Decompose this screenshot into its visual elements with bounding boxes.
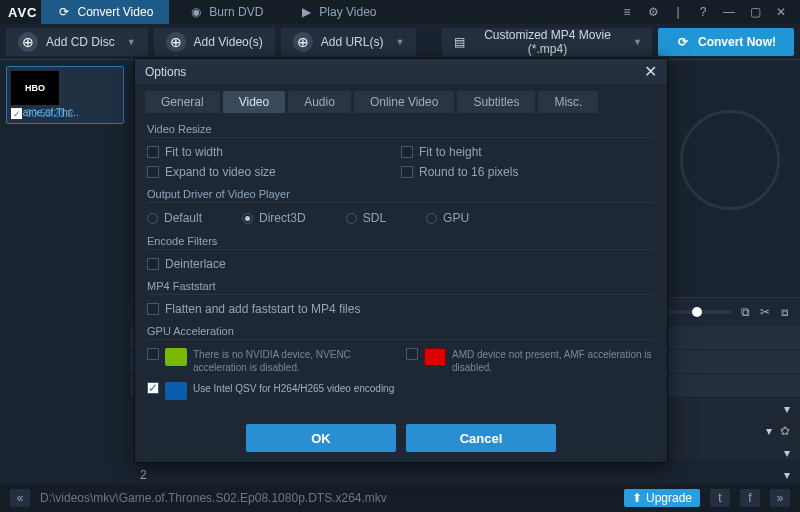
prev-button[interactable]: « — [10, 489, 30, 507]
round-16-pixels-checkbox[interactable]: Round to 16 pixels — [401, 162, 655, 182]
output-profile-selector[interactable]: ▤ Customized MP4 Movie (*.mp4) ▼ — [442, 28, 652, 56]
convert-now-button[interactable]: ⟳ Convert Now! — [658, 28, 794, 56]
tab-general[interactable]: General — [145, 91, 220, 113]
snapshot-icon[interactable]: ⧈ — [778, 305, 792, 319]
options-dialog: Options ✕ General Video Audio Online Vid… — [134, 58, 668, 463]
cut-icon[interactable]: ✂ — [758, 305, 772, 319]
toolbar: ⊕ Add CD Disc ▼ ⊕ Add Video(s) ⊕ Add URL… — [0, 24, 800, 60]
fit-to-height-checkbox[interactable]: Fit to height — [401, 142, 655, 162]
add-videos-button[interactable]: ⊕ Add Video(s) — [154, 28, 275, 56]
tab-burn-dvd[interactable]: ◉ Burn DVD — [173, 0, 279, 24]
upgrade-button[interactable]: ⬆Upgrade — [624, 489, 700, 507]
duration-label: 00:53:21.2 — [26, 108, 73, 119]
output-driver-group: Output Driver of Video Player — [147, 188, 655, 203]
tab-convert-video[interactable]: ⟳ Convert Video — [41, 0, 169, 24]
encode-filters-group: Encode Filters — [147, 235, 655, 250]
tab-misc[interactable]: Misc. — [538, 91, 598, 113]
refresh-icon: ⟳ — [676, 35, 690, 49]
twitter-icon[interactable]: t — [710, 489, 730, 507]
cancel-button[interactable]: Cancel — [406, 424, 556, 452]
tab-video[interactable]: Video — [223, 91, 285, 113]
add-cd-disc-button[interactable]: ⊕ Add CD Disc ▼ — [6, 28, 148, 56]
disc-plus-icon: ⊕ — [18, 32, 38, 52]
mp4-faststart-group: MP4 Faststart — [147, 280, 655, 295]
nvidia-accel-option[interactable]: There is no NVIDIA device, NVENC acceler… — [147, 348, 396, 374]
chevron-down-icon: ▼ — [633, 37, 642, 47]
tab-label: Convert Video — [77, 5, 153, 19]
file-list: HBO Game.of.Thr... ✓ 00:53:21.2 — [0, 60, 130, 460]
fit-to-width-checkbox[interactable]: Fit to width — [147, 142, 401, 162]
tab-label: Burn DVD — [209, 5, 263, 19]
chevron-down-icon: ▼ — [395, 37, 404, 47]
gpu-acceleration-group: GPU Acceleration — [147, 325, 655, 340]
next-button[interactable]: » — [770, 489, 790, 507]
file-path: D:\videos\mkv\Game.of.Thrones.S02.Ep08.1… — [40, 491, 614, 505]
close-icon[interactable]: ✕ — [644, 62, 657, 81]
film-icon: ▤ — [452, 35, 466, 49]
nvidia-icon — [165, 348, 187, 366]
titlebar: AVC ⟳ Convert Video ◉ Burn DVD ▶ Play Vi… — [0, 0, 800, 24]
driver-sdl-radio[interactable]: SDL — [346, 211, 386, 225]
intel-qsv-checkbox[interactable]: ✓ Use Intel QSV for H264/H265 video enco… — [147, 382, 655, 400]
ok-button[interactable]: OK — [246, 424, 396, 452]
channels-row[interactable]: 2▾ — [130, 464, 800, 486]
dialog-tabs: General Video Audio Online Video Subtitl… — [135, 85, 667, 113]
tab-play-video[interactable]: ▶ Play Video — [283, 0, 392, 24]
minimize-button[interactable]: — — [720, 5, 738, 19]
flatten-faststart-checkbox[interactable]: Flatten and add faststart to MP4 files — [147, 299, 655, 319]
play-icon: ▶ — [299, 5, 313, 19]
app-logo: AVC — [8, 5, 37, 20]
gear-icon[interactable]: ⚙ — [645, 4, 661, 20]
driver-direct3d-radio[interactable]: Direct3D — [242, 211, 306, 225]
video-resize-group: Video Resize — [147, 123, 655, 138]
file-checkbox[interactable]: ✓ — [11, 108, 22, 119]
gear-icon[interactable]: ✿ — [780, 424, 790, 438]
file-item[interactable]: HBO Game.of.Thr... ✓ 00:53:21.2 — [6, 66, 124, 124]
expand-video-size-checkbox[interactable]: Expand to video size — [147, 162, 401, 182]
maximize-button[interactable]: ▢ — [746, 5, 764, 19]
driver-default-radio[interactable]: Default — [147, 211, 202, 225]
add-urls-button[interactable]: ⊕ Add URL(s) ▼ — [281, 28, 417, 56]
disc-icon: ◉ — [189, 5, 203, 19]
amd-icon — [424, 348, 446, 366]
facebook-icon[interactable]: f — [740, 489, 760, 507]
tab-audio[interactable]: Audio — [288, 91, 351, 113]
dialog-titlebar: Options ✕ — [135, 59, 667, 85]
deinterlace-checkbox[interactable]: Deinterlace — [147, 254, 655, 274]
tab-online-video[interactable]: Online Video — [354, 91, 455, 113]
driver-gpu-radio[interactable]: GPU — [426, 211, 469, 225]
film-plus-icon: ⊕ — [166, 32, 186, 52]
thumbnail: HBO — [11, 71, 59, 105]
copy-icon[interactable]: ⧉ — [738, 305, 752, 319]
tab-label: Play Video — [319, 5, 376, 19]
menu-icon[interactable]: ≡ — [619, 4, 635, 20]
close-button[interactable]: ✕ — [772, 5, 790, 19]
dialog-title: Options — [145, 65, 186, 79]
statusbar: « D:\videos\mkv\Game.of.Thrones.S02.Ep08… — [0, 484, 800, 512]
chevron-down-icon: ▼ — [127, 37, 136, 47]
tab-subtitles[interactable]: Subtitles — [457, 91, 535, 113]
intel-icon — [165, 382, 187, 400]
refresh-icon: ⟳ — [57, 5, 71, 19]
reel-icon — [680, 110, 780, 210]
amd-accel-option[interactable]: AMD device not present, AMF acceleration… — [406, 348, 655, 374]
help-icon[interactable]: ? — [695, 4, 711, 20]
globe-plus-icon: ⊕ — [293, 32, 313, 52]
